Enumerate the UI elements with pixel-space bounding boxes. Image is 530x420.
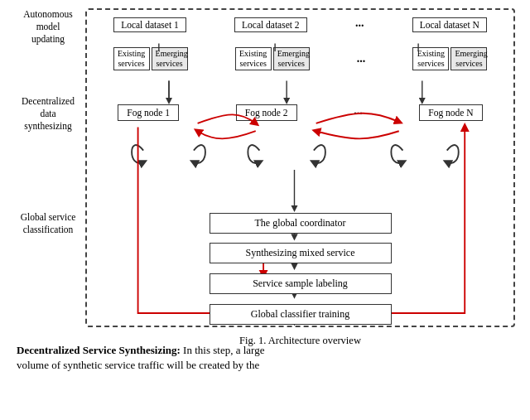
synthesizing-row: Synthesizing mixed service [89, 243, 511, 263]
label-global: Global serviceclassification [15, 211, 81, 236]
training-box: Global classifier training [210, 304, 392, 325]
bottom-text: Decentralized Service Synthesizing: In t… [15, 343, 515, 373]
training-row: Global classifier training [89, 304, 511, 325]
coordinator-row: The global coordinator [89, 213, 511, 234]
synthesizing-box: Synthesizing mixed service [210, 243, 392, 263]
labeling-box: Service sample labeling [210, 273, 392, 294]
page: Autonomousmodelupdating Decentralizeddat… [0, 0, 530, 420]
diagram-area: Autonomousmodelupdating Decentralizeddat… [15, 8, 515, 340]
coordinator-box: The global coordinator [210, 213, 392, 234]
caption: Fig. 1. Architecture overview [85, 335, 515, 347]
label-decentralized: Decentralizeddatasynthesizing [15, 95, 81, 133]
label-autonomous: Autonomousmodelupdating [15, 8, 81, 46]
labeling-row: Service sample labeling [89, 273, 511, 294]
